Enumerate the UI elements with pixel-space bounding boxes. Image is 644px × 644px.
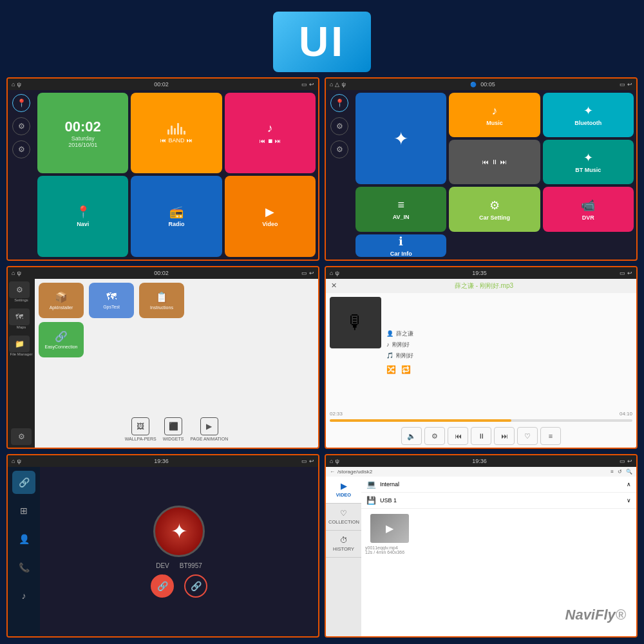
refresh-icon[interactable]: ↺	[618, 469, 622, 475]
bluetooth-dot: 🔵	[470, 82, 477, 88]
screen-desktop: ⌂ ψ 00:02 ▭ ↩ ⚙ Settings 🗺 Maps	[6, 266, 319, 450]
music-player-content: ✕ 薛之谦 - 刚刚好.mp3 🎙 👤 薛之谦 ♪ 刚刚好	[326, 279, 636, 448]
file-resolution: 640x366	[387, 550, 404, 554]
radio-label: Radio	[168, 221, 184, 227]
instructions-tile[interactable]: 📋 Instructions	[139, 283, 184, 318]
history-tab-icon: ⏱	[328, 536, 359, 545]
home-icon-5: ⌂	[12, 458, 15, 464]
maps-sidebar-icon: 🗺	[9, 308, 30, 325]
back-nav-icon[interactable]: ←	[330, 469, 335, 475]
play-pause-btn[interactable]: ⏸	[471, 427, 491, 445]
play-overlay-icon: ▶	[386, 522, 393, 535]
bluetooth-tile[interactable]: ✦	[355, 93, 446, 184]
status-bar-2: ⌂ △ ψ 🔵 00:05 ▭ ↩	[326, 79, 636, 90]
location-icon-2[interactable]: 📍	[330, 94, 348, 112]
bt-music-tab[interactable]: ♪	[12, 584, 35, 607]
navifly-brand: NaviFly®	[565, 607, 626, 623]
location-icon-1[interactable]: 📍	[12, 94, 30, 112]
song-title: 薛之谦 - 刚刚好.mp3	[337, 281, 631, 290]
easyconnection-tile[interactable]: 🔗 EasyConnection	[39, 322, 84, 357]
progress-bar[interactable]	[330, 419, 632, 422]
gpstest-tile[interactable]: 🗺 GpsTest	[89, 283, 134, 318]
page-animation-btn[interactable]: ▶ PAGE ANIMATION	[190, 417, 228, 441]
equalizer-btn[interactable]: ⚙	[424, 427, 445, 445]
repeat-btn[interactable]: 🔁	[401, 365, 411, 374]
car-setting-label: Car Setting	[479, 214, 510, 221]
music-menu-tile[interactable]: ♪ Music	[449, 93, 540, 137]
playlist-btn[interactable]: ≡	[540, 427, 561, 445]
music-tile[interactable]: ♪ ⏮ ⏹ ⏭	[225, 93, 316, 173]
status-bar-5: ⌂ ψ 19:36 ▭ ↩	[8, 455, 318, 467]
video-tab[interactable]: ▶ VIDEO	[326, 477, 361, 504]
prev-btn[interactable]: ⏮	[448, 427, 468, 445]
signal-icon-5: ψ	[17, 458, 21, 464]
history-tab[interactable]: ⏱ HISTORY	[326, 531, 361, 558]
collection-tab[interactable]: ♡ COLLECTION	[326, 504, 361, 531]
apkinstaller-icon: 📦	[55, 291, 68, 303]
easyconnection-label: EasyConnection	[45, 345, 78, 349]
bt-link-tab[interactable]: 🔗	[12, 471, 35, 494]
bluetooth-circle: ✦	[153, 506, 205, 557]
expand-icon-usb1: ∨	[627, 497, 631, 504]
signal-icon-3: ψ	[17, 270, 21, 276]
internal-folder[interactable]: 💻 Internal ∧	[361, 477, 636, 493]
time-3: 00:02	[154, 270, 169, 276]
time-tile[interactable]: 00:02 Saturday 2016/10/01	[37, 93, 128, 173]
favorite-btn[interactable]: ♡	[517, 427, 538, 445]
battery-icon-5: ▭	[301, 458, 307, 464]
screen1-main: 00:02 Saturday 2016/10/01	[35, 90, 318, 260]
gear-sidebar-item[interactable]: ⚙	[11, 428, 32, 445]
filemanager-sidebar-item[interactable]: 📁 File Manager	[9, 336, 33, 356]
usb1-folder[interactable]: 💾 USB 1 ∨	[361, 493, 636, 509]
bluetooth-label-tile[interactable]: ✦ Bluetooth	[543, 93, 634, 137]
gear-icon-2[interactable]: ⚙	[330, 140, 348, 158]
bt-keypad-tab[interactable]: ⊞	[12, 499, 35, 522]
back-icon-5: ↩	[309, 458, 314, 464]
bt-disconnect-btn[interactable]: 🔗	[184, 574, 207, 598]
bt-connect-btn[interactable]: 🔗	[151, 574, 174, 598]
shuffle-btn[interactable]: 🔀	[386, 365, 396, 374]
gpstest-label: GpsTest	[103, 305, 120, 309]
radio-tile[interactable]: ⏮ BAND ⏭	[131, 93, 222, 173]
video-tab-label: VIDEO	[336, 492, 351, 498]
registered-mark: ®	[616, 607, 626, 623]
av-in-tile[interactable]: ≡ AV_IN	[355, 187, 446, 231]
bt-contacts-tab[interactable]: 👤	[12, 527, 35, 551]
song-info: 👤 薛之谦 ♪ 刚刚好 🎵 刚刚好 🔀 �	[386, 297, 632, 408]
controls-tile[interactable]: ⏮ ⏸ ⏭	[449, 140, 540, 184]
action-btns: 🔀 🔁	[386, 365, 632, 374]
artist-row: 👤 薛之谦	[386, 330, 632, 338]
video-tab-icon: ▶	[328, 482, 359, 491]
time-display-1: 00:02	[154, 81, 169, 88]
status-bar-6: ⌂ ψ 19:36 ▭ ↩	[326, 455, 636, 467]
widgets-btn[interactable]: ⬛ WIDGETS	[163, 417, 184, 441]
close-btn[interactable]: ✕	[331, 281, 337, 290]
next-btn[interactable]: ⏭	[494, 427, 515, 445]
usb1-label: USB 1	[380, 497, 397, 504]
bt-calls-tab[interactable]: 📞	[12, 556, 35, 579]
signal-icon-4: ψ	[335, 270, 339, 276]
screen-music-player: ⌂ ψ 19:35 ▭ ↩ ✕ 薛之谦 - 刚刚好.mp3 🎙	[325, 266, 638, 450]
instructions-label: Instructions	[150, 305, 173, 310]
tune-icon-2[interactable]: ⚙	[330, 117, 348, 135]
sort-icon[interactable]: ≡	[611, 469, 614, 475]
settings-tune-icon-1[interactable]: ⚙	[12, 117, 30, 135]
maps-sidebar-item[interactable]: 🗺 Maps	[9, 308, 33, 329]
navi-tile[interactable]: 📍 Navi	[37, 176, 128, 256]
dvr-tile[interactable]: 📹 DVR	[543, 187, 634, 231]
search-icon[interactable]: 🔍	[626, 469, 632, 475]
car-setting-tile[interactable]: ⚙ Car Setting	[449, 187, 540, 231]
settings-sidebar-item[interactable]: ⚙ Settings	[9, 281, 33, 302]
video-tile[interactable]: ▶ Video	[225, 176, 316, 256]
screen3-sidebar: ⚙ Settings 🗺 Maps 📁 File Manager ⚙	[8, 279, 35, 448]
radio-bottom-tile[interactable]: 📻 Radio	[131, 176, 222, 256]
video-file-item[interactable]: ▶ y0011eqqlv.mp4 12s / 4min 640x366	[361, 509, 636, 557]
music-player-body: 🎙 👤 薛之谦 ♪ 刚刚好 🎵 刚刚好	[326, 293, 636, 412]
gear-icon-1[interactable]: ⚙	[12, 140, 30, 158]
volume-btn[interactable]: 🔈	[401, 427, 422, 445]
bt-music-tile[interactable]: ✦ BT Music	[543, 140, 634, 184]
car-info-tile[interactable]: ℹ Car Info	[355, 234, 446, 257]
instructions-icon: 📋	[155, 291, 168, 303]
wallpapers-btn[interactable]: 🖼 WALLPA-PERS	[125, 417, 156, 441]
apkinstaller-tile[interactable]: 📦 ApkInstaller	[39, 283, 84, 318]
